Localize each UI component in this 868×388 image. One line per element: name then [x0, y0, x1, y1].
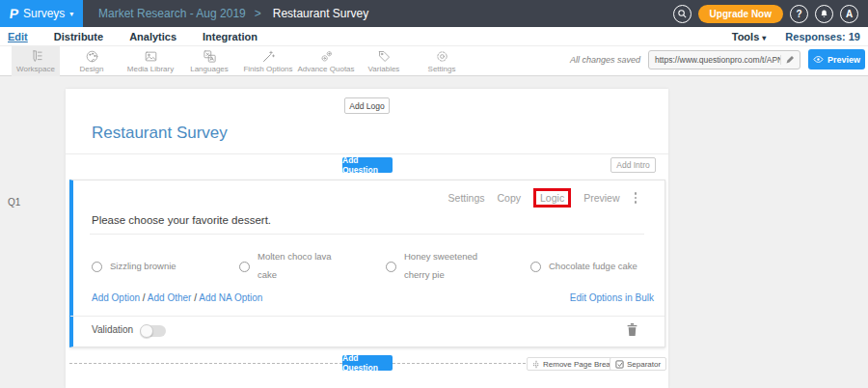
toolbar-item-finish-options[interactable]: Finish Options	[238, 46, 298, 76]
search-button[interactable]	[673, 5, 692, 23]
responses-count[interactable]: Responses: 19	[785, 31, 860, 42]
toolbar-item-advance-quotas[interactable]: Advance Quotas	[292, 46, 360, 76]
separator-button[interactable]: Separator	[610, 357, 666, 371]
delete-question-button[interactable]	[626, 322, 638, 341]
chevron-down-icon: ▾	[762, 34, 766, 42]
upgrade-now-button[interactable]: Upgrade Now	[698, 5, 783, 23]
main-nav: Edit Distribute Analytics Integration To…	[0, 27, 868, 46]
avatar[interactable]: A	[840, 5, 858, 23]
topbar-actions: Upgrade Now ? A	[673, 5, 868, 23]
pencil-icon	[785, 55, 795, 65]
question-preview-button[interactable]: Preview	[583, 192, 619, 204]
survey-url-value: https://www.questionpro.com/t/APNrFZ	[655, 55, 780, 65]
tab-integration[interactable]: Integration	[203, 31, 258, 42]
page-break-icon	[532, 360, 540, 369]
link-separator: /	[143, 292, 146, 303]
remove-page-break-button[interactable]: Remove Page Break	[527, 357, 620, 371]
survey-url-field[interactable]: https://www.questionpro.com/t/APNrFZ	[648, 50, 800, 69]
tab-edit[interactable]: Edit	[8, 31, 28, 42]
tools-menu[interactable]: Tools ▾	[732, 31, 767, 42]
option-label[interactable]: Sizzling brownie	[110, 258, 199, 276]
answer-option-3: Honey sweetened cherry pie	[386, 246, 493, 287]
add-option-link[interactable]: Add Option	[92, 292, 140, 303]
toolbar-item-variables[interactable]: Variables	[360, 46, 408, 76]
question-menu: Settings Copy Logic Preview	[405, 188, 638, 208]
question-logic-button-highlighted[interactable]: Logic	[533, 188, 571, 208]
search-icon	[677, 9, 688, 19]
option-label[interactable]: Molten choco lava cake	[258, 248, 346, 284]
question-number: Q1	[8, 197, 20, 208]
radio-button[interactable]	[239, 262, 250, 272]
chevron-down-icon: ▾	[69, 10, 73, 18]
save-status: All changes saved	[570, 55, 640, 65]
toolbar-item-workspace[interactable]: Workspace	[12, 46, 60, 76]
checkbox-checked-icon	[615, 360, 624, 369]
edit-url-button[interactable]	[780, 55, 795, 65]
tag-icon	[377, 49, 392, 64]
question-text-divider	[90, 234, 644, 235]
edit-options-in-bulk-link[interactable]: Edit Options in Bulk	[570, 292, 654, 303]
option-links: Add Option / Add Other / Add NA Option	[92, 292, 262, 303]
toolbar-item-settings[interactable]: Settings	[418, 46, 466, 76]
validation-divider	[70, 316, 665, 317]
question-text[interactable]: Please choose your favorite dessert.	[92, 214, 271, 226]
image-icon	[144, 49, 158, 64]
validation-label: Validation	[92, 324, 133, 335]
header-divider	[66, 153, 668, 154]
answer-option-4: Chocolate fudge cake	[530, 246, 637, 287]
add-other-link[interactable]: Add Other	[148, 292, 192, 303]
toolbar-item-languages[interactable]: Languages	[184, 46, 234, 76]
eye-icon	[813, 55, 824, 64]
add-intro-button[interactable]: Add Intro	[610, 157, 656, 173]
questionpro-survey-editor: P Surveys ▾ Market Research - Aug 2019 >…	[0, 0, 868, 388]
breadcrumb: Market Research - Aug 2019 > Restaurant …	[98, 7, 368, 20]
toolbar-item-media-library[interactable]: Media Library	[121, 46, 180, 76]
question-copy-button[interactable]: Copy	[498, 192, 522, 204]
surveys-menu-label: Surveys	[23, 7, 65, 20]
palette-icon	[85, 49, 99, 64]
survey-title[interactable]: Restaurant Survey	[92, 124, 228, 143]
breadcrumb-current: Restaurant Survey	[273, 7, 368, 20]
tab-analytics[interactable]: Analytics	[129, 31, 176, 42]
add-logo-button[interactable]: Add Logo	[344, 97, 390, 114]
radio-button[interactable]	[530, 262, 541, 272]
option-label[interactable]: Chocolate fudge cake	[549, 258, 637, 276]
gears-icon	[319, 49, 334, 64]
toolbar-item-design[interactable]: Design	[67, 46, 117, 76]
notifications-button[interactable]	[815, 5, 833, 23]
validation-toggle[interactable]	[141, 325, 166, 337]
trash-icon	[626, 322, 638, 337]
surveys-menu[interactable]: P Surveys ▾	[0, 0, 83, 27]
answer-option-1: Sizzling brownie	[92, 246, 199, 287]
translate-icon	[203, 49, 217, 64]
add-question-button-bottom[interactable]: Add Question	[342, 355, 393, 371]
workspace-icon	[29, 49, 43, 64]
add-question-button-top[interactable]: Add Question	[342, 157, 393, 173]
survey-preview-button[interactable]: Preview	[808, 49, 865, 69]
radio-button[interactable]	[92, 262, 102, 272]
help-button[interactable]: ?	[790, 5, 808, 23]
bell-icon	[819, 9, 829, 19]
questionpro-logo-icon: P	[9, 6, 20, 21]
radio-button[interactable]	[386, 262, 396, 272]
breadcrumb-parent-link[interactable]: Market Research - Aug 2019	[98, 7, 246, 20]
answer-option-2: Molten choco lava cake	[239, 246, 346, 287]
gear-icon	[435, 49, 449, 64]
question-more-menu[interactable]	[633, 190, 639, 206]
magic-wand-icon	[261, 49, 276, 64]
add-na-option-link[interactable]: Add NA Option	[199, 292, 262, 303]
tab-distribute[interactable]: Distribute	[54, 31, 103, 42]
link-separator: /	[194, 292, 197, 303]
question-settings-button[interactable]: Settings	[448, 192, 485, 204]
topbar: P Surveys ▾ Market Research - Aug 2019 >…	[0, 0, 868, 27]
option-label[interactable]: Honey sweetened cherry pie	[404, 248, 493, 284]
breadcrumb-separator: >	[255, 7, 261, 20]
toggle-knob	[140, 324, 153, 338]
